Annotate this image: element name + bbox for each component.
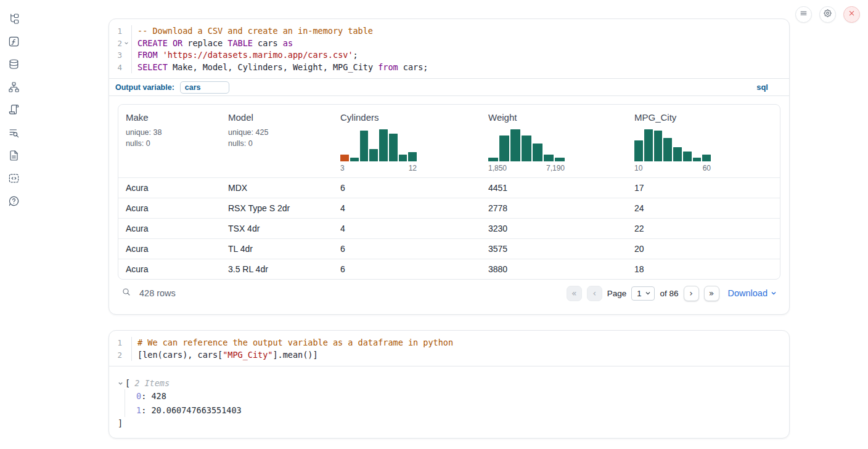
sidebar-panel-document[interactable]	[7, 150, 20, 163]
file-tree-icon	[8, 13, 20, 27]
code-text: # We can reference the output variable a…	[131, 337, 453, 349]
code-line[interactable]: 2CREATE OR replace TABLE cars as	[109, 38, 789, 50]
table-row[interactable]: AcuraTL 4dr6357520	[118, 238, 780, 259]
table-cell: TL 4dr	[221, 244, 333, 254]
close-icon	[847, 9, 856, 20]
table-cell: 22	[627, 224, 780, 233]
menu-button[interactable]	[795, 6, 812, 23]
sidebar-panel-help[interactable]	[7, 196, 20, 208]
histogram-bar	[340, 155, 349, 161]
sidebar-panel-list-search[interactable]	[7, 127, 20, 140]
sidebar-panel-scroll[interactable]	[7, 105, 20, 117]
row-count-label: 428 rows	[139, 288, 176, 298]
table-row[interactable]: AcuraMDX6445117	[118, 177, 780, 198]
histogram-bar	[389, 134, 398, 161]
sidebar-panel-file-tree[interactable]	[7, 14, 20, 26]
code-line[interactable]: 1# We can reference the output variable …	[109, 337, 789, 349]
table-cell: 4	[333, 224, 481, 233]
table-cell: 6	[333, 244, 481, 254]
column-histogram: 312	[340, 129, 417, 172]
language-badge[interactable]: sql	[756, 83, 768, 92]
histogram-bars	[488, 129, 565, 161]
data-table: Makeunique: 38nulls: 0Modelunique: 425nu…	[118, 104, 780, 280]
fold-spacer	[122, 62, 130, 74]
histogram-min-label: 1,850	[488, 164, 507, 172]
histogram-bar	[663, 138, 672, 161]
table-footer: 428 rows « ‹ Page 1 of 86 › » Download	[118, 280, 780, 307]
column-header-model[interactable]: Modelunique: 425nulls: 0	[221, 105, 333, 177]
search-icon[interactable]	[121, 287, 131, 299]
sidebar-panel-database[interactable]	[7, 59, 20, 71]
histogram-bars	[340, 129, 417, 161]
sql-code-editor[interactable]: 1-- Download a CSV and create an in-memo…	[109, 19, 789, 78]
histogram-bar	[360, 131, 369, 161]
histogram-bar	[369, 149, 378, 161]
page-total-label: of 86	[660, 289, 678, 298]
table-row[interactable]: Acura3.5 RL 4dr6388018	[118, 259, 780, 279]
histogram-max-label: 7,190	[546, 164, 565, 172]
column-name: Make	[126, 112, 213, 123]
pagination-prev-button[interactable]: ‹	[587, 286, 602, 301]
code-text: FROM 'https://datasets.marimo.app/cars.c…	[131, 49, 358, 62]
pagination-next-button[interactable]: ›	[684, 286, 699, 301]
output-variable-input[interactable]	[180, 81, 229, 94]
histogram-bar	[399, 155, 407, 161]
page-select[interactable]: 1	[631, 286, 655, 301]
shutdown-button[interactable]	[843, 6, 860, 23]
tree-entry-key: 0	[136, 391, 141, 401]
sidebar-panel-dependency-graph[interactable]	[7, 82, 20, 94]
code-line[interactable]: 4SELECT Make, Model, Cylinders, Weight, …	[109, 62, 789, 74]
table-cell: TSX 4dr	[221, 224, 333, 233]
table-row[interactable]: AcuraTSX 4dr4323022	[118, 218, 780, 238]
line-number: 4	[109, 62, 122, 74]
sidebar-panel-icons	[0, 0, 27, 449]
table-cell: Acura	[118, 244, 221, 254]
table-cell: 24	[627, 203, 780, 213]
column-header-make[interactable]: Makeunique: 38nulls: 0	[118, 105, 221, 177]
line-number: 2	[109, 349, 122, 362]
column-header-cylinders[interactable]: Cylinders312	[333, 105, 481, 177]
sql-cell: 1-- Download a CSV and create an in-memo…	[108, 18, 790, 315]
code-line[interactable]: 3FROM 'https://datasets.marimo.app/cars.…	[109, 49, 789, 62]
collapse-icon[interactable]	[118, 381, 123, 386]
histogram-bar	[644, 129, 653, 161]
column-name: Cylinders	[340, 112, 473, 123]
sidebar-panel-snippets[interactable]	[7, 173, 20, 185]
python-code-editor[interactable]: 1# We can reference the output variable …	[109, 331, 789, 366]
page-label: Page	[607, 289, 627, 298]
tree-items-count: 2 Items	[134, 377, 170, 389]
table-cell: 6	[333, 264, 481, 274]
histogram-bar	[693, 158, 702, 161]
column-name: Weight	[488, 112, 620, 123]
histogram-bar	[510, 129, 520, 161]
histogram-min-label: 10	[634, 164, 642, 172]
histogram-axis-labels: 1060	[634, 164, 711, 172]
histogram-bar	[379, 129, 388, 161]
tree-entry-value: 428	[151, 391, 166, 401]
pagination-first-button[interactable]: «	[567, 286, 582, 301]
tree-body: 0: 4281: 20.060747663551403	[125, 389, 780, 417]
settings-button[interactable]	[819, 6, 836, 23]
histogram-bar	[683, 152, 692, 161]
table-cell: MDX	[221, 183, 333, 193]
column-stats: unique: 425nulls: 0	[228, 127, 326, 148]
pagination-last-button[interactable]: »	[704, 286, 719, 301]
code-line[interactable]: 1-- Download a CSV and create an in-memo…	[109, 25, 789, 38]
histogram-bar	[544, 155, 554, 161]
histogram-bar	[522, 136, 531, 161]
code-line[interactable]: 2[len(cars), cars["MPG_City"].mean()]	[109, 349, 789, 362]
snippets-icon	[8, 172, 20, 187]
fold-spacer	[122, 337, 130, 349]
column-stat: unique: 425	[228, 127, 326, 137]
sidebar-panel-function[interactable]	[7, 36, 20, 49]
fold-indicator-icon[interactable]	[122, 38, 130, 50]
tree-entry-key: 1	[136, 405, 141, 415]
table-cell: 3880	[481, 264, 627, 274]
table-cell: Acura	[118, 264, 221, 274]
table-row[interactable]: AcuraRSX Type S 2dr4277824	[118, 198, 780, 218]
column-header-mpg_city[interactable]: MPG_City1060	[627, 105, 780, 177]
column-header-weight[interactable]: Weight1,8507,190	[481, 105, 627, 177]
histogram-bar	[488, 158, 498, 161]
fold-spacer	[122, 25, 130, 38]
download-button[interactable]: Download	[728, 288, 777, 298]
